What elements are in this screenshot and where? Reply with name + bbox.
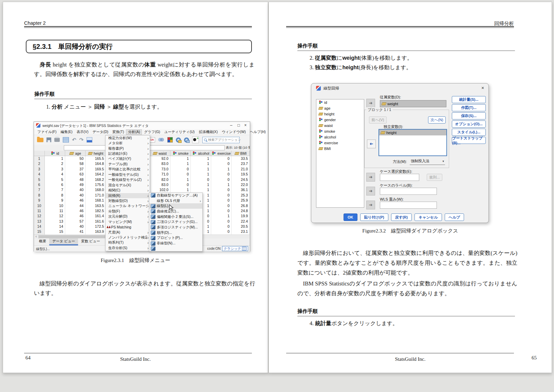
column-header-cell[interactable]: age — [65, 151, 86, 156]
table-cell-exercise[interactable]: 0 — [211, 224, 232, 229]
column-header-cell[interactable]: smoke — [170, 151, 191, 156]
menu-bar-item[interactable]: ウィンドウ(W) — [220, 129, 248, 135]
table-cell-id[interactable]: 1 — [45, 156, 65, 162]
table-cell-exercise[interactable]: 0 — [211, 193, 232, 198]
table-cell-exercise[interactable]: 1 — [211, 213, 232, 219]
menu-bar-item[interactable]: 表示(V) — [74, 129, 90, 135]
table-cell-exercise[interactable]: 0 — [211, 203, 232, 209]
row-number-cell[interactable]: 5 — [34, 177, 45, 183]
row-number-cell[interactable]: 14 — [34, 224, 45, 229]
table-cell-id[interactable]: 13 — [45, 219, 65, 224]
menu-bar-item[interactable]: ファイル(F) — [35, 129, 58, 135]
analyze-menu-item[interactable]: ♟♟ベイズ統計(Y)› — [106, 156, 150, 162]
table-cell-id[interactable]: 14 — [45, 224, 65, 229]
venn-icon[interactable] — [158, 137, 164, 142]
dialog-button[interactable]: ヘルプ — [445, 213, 464, 221]
table-cell-age[interactable]: 57 — [65, 219, 86, 224]
search-input[interactable]: 検索アプリケーション — [202, 137, 240, 143]
table-cell-bmi[interactable]: 25.3 — [232, 193, 250, 198]
row-number-cell[interactable]: 2 — [34, 161, 45, 167]
table-cell-smoke[interactable]: 1 — [170, 161, 191, 167]
analyze-menu-item[interactable]: ♟♟メタ分析› — [106, 141, 150, 146]
table-cell-id[interactable]: 4 — [45, 172, 65, 177]
table-cell-alcohol[interactable]: 1 — [191, 172, 211, 177]
analyze-menu-item[interactable]: ♟♟相関(C)› — [106, 188, 150, 193]
regression-submenu-item[interactable]: 二項ロジスティック(G)...› — [149, 219, 202, 225]
table-cell-bmi[interactable]: 23.1 — [232, 229, 250, 235]
table-cell-waist[interactable]: 83.0 — [149, 161, 170, 167]
row-number-cell[interactable]: 11 — [34, 208, 45, 214]
table-cell-height[interactable]: 164.2 — [86, 172, 106, 177]
table-cell-waist[interactable]: 73.0 — [149, 167, 170, 172]
case-select-field[interactable] — [380, 174, 419, 181]
table-cell-bmi[interactable]: 21.0 — [232, 167, 250, 172]
menu-bar-item[interactable]: 分析(A) — [126, 129, 142, 135]
regression-submenu-item[interactable]: 順序(D)...› — [149, 230, 202, 236]
table-cell-age[interactable]: 48 — [65, 177, 86, 183]
variable-item[interactable]: waist — [316, 123, 364, 128]
variable-item[interactable]: age — [316, 105, 364, 111]
row-number-cell[interactable]: 15 — [34, 229, 45, 235]
regression-submenu-item[interactable]: 自動線型モデリング…(A)› — [149, 193, 202, 198]
row-number-cell[interactable]: 9 — [34, 198, 45, 203]
close-button[interactable]: × — [242, 123, 248, 128]
table-cell-bmi[interactable]: 20.5 — [232, 224, 250, 229]
variable-item[interactable]: id — [316, 99, 364, 105]
redo-icon[interactable]: ↷ — [79, 137, 84, 142]
table-cell-height[interactable]: 175.6 — [86, 182, 106, 188]
variable-item[interactable]: height — [316, 111, 364, 117]
dependent-field[interactable]: weight — [380, 100, 446, 107]
split-file-icon[interactable] — [167, 137, 173, 143]
table-cell-id[interactable]: 15 — [45, 229, 65, 235]
table-cell-age[interactable]: 40 — [65, 224, 86, 229]
analyze-menu-item[interactable]: ♟♟報告書(P)› — [106, 146, 150, 151]
table-cell-smoke[interactable]: 0 — [170, 167, 191, 172]
table-cell-exercise[interactable]: 0 — [211, 229, 232, 235]
table-cell-exercise[interactable]: 1 — [211, 167, 232, 172]
column-header-cell[interactable] — [34, 151, 45, 156]
table-cell-height[interactable]: 172.5 — [86, 224, 106, 229]
table-cell-bmi[interactable]: 26.8 — [232, 203, 250, 209]
table-cell-height[interactable]: 163.5 — [86, 203, 106, 209]
table-cell-id[interactable]: 6 — [45, 182, 65, 188]
row-number-cell[interactable]: 6 — [34, 182, 45, 188]
close-icon[interactable]: × — [480, 85, 485, 91]
table-cell-id[interactable]: 2 — [45, 161, 65, 167]
table-cell-alcohol[interactable]: 1 — [191, 167, 211, 172]
table-cell-id[interactable]: 10 — [45, 203, 65, 209]
table-cell-age[interactable]: 46 — [65, 198, 86, 203]
analyze-menu-item[interactable]: ♟♟検定力分析(W)› — [106, 135, 150, 141]
table-cell-bmi[interactable]: 19.5 — [232, 172, 250, 177]
table-cell-height[interactable]: 161.6 — [86, 219, 106, 224]
move-independent-button[interactable]: ➜ — [367, 139, 376, 148]
table-cell-exercise[interactable]: 0 — [211, 177, 232, 183]
table-cell-smoke[interactable]: 0 — [170, 182, 191, 188]
table-cell-smoke[interactable]: 1 — [170, 156, 191, 162]
table-cell-height[interactable]: 169.5 — [86, 167, 106, 172]
table-cell-bmi[interactable]: 22.0 — [232, 182, 250, 188]
dialog-side-button[interactable]: 保存(S)... — [452, 112, 486, 119]
analyze-menu-item[interactable]: ♟♟PS Matching› — [106, 224, 150, 229]
row-number-cell[interactable]: 10 — [34, 203, 45, 209]
variable-item[interactable]: exercise — [316, 140, 364, 146]
menu-bar-item[interactable]: ユーティリティ(U) — [162, 129, 197, 135]
table-cell-age[interactable]: 46 — [65, 208, 86, 214]
table-cell-age[interactable]: 63 — [65, 172, 86, 177]
previous-button[interactable]: 前へ(V) — [369, 116, 387, 124]
row-number-cell[interactable]: 4 — [34, 172, 45, 177]
table-cell-age[interactable]: 50 — [65, 156, 86, 162]
analyze-menu-item[interactable]: ♟♟ノンパラメトリック検定(N)› — [106, 235, 150, 240]
analyze-menu-item[interactable]: ♟♟一般線型モデル(G)› — [106, 172, 150, 177]
table-cell-height[interactable]: 161.4 — [86, 213, 106, 219]
table-cell-id[interactable]: 11 — [45, 208, 65, 214]
move-case-label-button[interactable]: ➜ — [366, 187, 375, 195]
row-number-cell[interactable]: 3 — [34, 167, 45, 172]
view-tab[interactable]: データ ビュー — [49, 238, 78, 245]
table-cell-exercise[interactable]: 0 — [211, 208, 232, 214]
dialog-side-button[interactable]: 統計量(S)... — [452, 96, 486, 103]
menu-bar-item[interactable]: 編集(E) — [58, 129, 74, 135]
table-cell-exercise[interactable]: 0 — [211, 219, 232, 224]
analyze-menu-item[interactable]: ♟♟平均値と比率の比較› — [106, 167, 150, 172]
table-cell-waist[interactable]: 83.0 — [149, 182, 170, 188]
table-cell-id[interactable]: 3 — [45, 167, 65, 172]
